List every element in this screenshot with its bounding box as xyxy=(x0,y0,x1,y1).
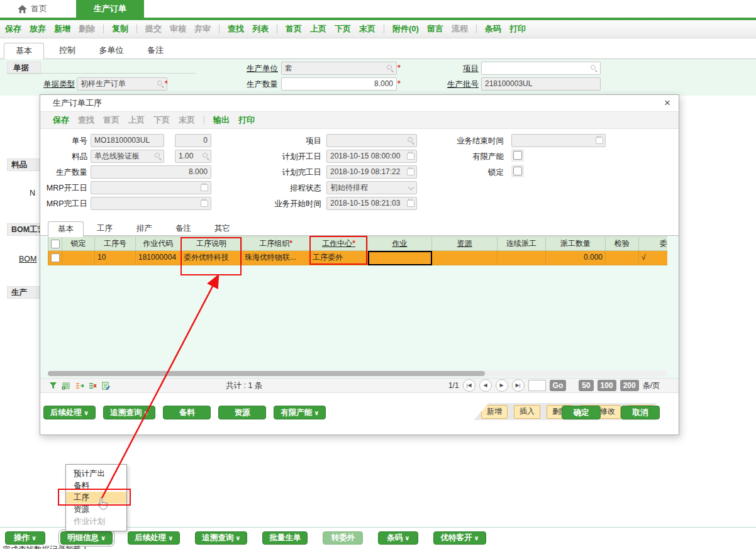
first-page-button[interactable]: |◀ xyxy=(463,379,475,392)
page-input[interactable] xyxy=(528,380,546,391)
page-size-200[interactable]: 200 xyxy=(620,380,639,391)
biz-end-field[interactable] xyxy=(511,134,606,147)
toolbar-list[interactable]: 列表 xyxy=(252,23,269,35)
remove-row-icon[interactable] xyxy=(89,382,97,390)
unit-field[interactable]: 套 xyxy=(281,62,397,75)
qty-field[interactable]: 8.000 xyxy=(281,77,397,91)
col-work-center[interactable]: 工作中心* xyxy=(310,236,368,251)
trace-query-button[interactable]: 追溯查询∨ xyxy=(103,406,155,419)
cancel-button[interactable]: 取消 xyxy=(621,406,660,419)
horizontal-scrollbar[interactable] xyxy=(48,370,667,377)
menu-material-prep[interactable]: 备料 xyxy=(66,480,126,492)
unit-label[interactable]: 生产单位 xyxy=(239,64,278,74)
toolbar-add[interactable]: 新增 xyxy=(54,23,70,35)
subtab-scheduling[interactable]: 排产 xyxy=(127,221,162,235)
followup-button[interactable]: 后续处理∨ xyxy=(43,406,96,419)
dialog-toolbar-save[interactable]: 保存 xyxy=(53,114,69,126)
col-operation[interactable]: 作业 xyxy=(368,236,432,251)
col-continuous[interactable]: 连续派工 xyxy=(498,236,546,251)
subtab-basic[interactable]: 基本 xyxy=(48,221,84,237)
order-no-extra-field[interactable]: 0 xyxy=(175,134,211,147)
toolbar-attachment[interactable]: 附件(0) xyxy=(392,23,419,35)
row-insert-button[interactable]: 插入 xyxy=(514,405,540,419)
export-excel-icon[interactable] xyxy=(102,382,111,391)
material-prep-button[interactable]: 备料 xyxy=(163,406,211,419)
scrollbar-thumb[interactable] xyxy=(48,371,485,376)
subtab-other[interactable]: 其它 xyxy=(205,221,240,235)
toolbar-first-page[interactable]: 首页 xyxy=(286,23,302,35)
operation-button[interactable]: 操作∨ xyxy=(5,531,45,545)
dialog-toolbar-print[interactable]: 打印 xyxy=(238,114,255,126)
dialog-toolbar-export[interactable]: 输出 xyxy=(213,114,230,126)
order-no-field[interactable]: MO18100003UL xyxy=(91,134,164,147)
close-icon[interactable]: × xyxy=(664,97,670,109)
select-all-checkbox[interactable] xyxy=(48,236,62,251)
add-grid-icon[interactable] xyxy=(62,382,70,390)
row-add-button[interactable]: 新增 xyxy=(481,405,508,419)
lock-checkbox[interactable] xyxy=(511,165,524,177)
m-project-field[interactable] xyxy=(326,134,417,147)
finite-capacity-button[interactable]: 有限产能∨ xyxy=(274,406,326,419)
resource-button[interactable]: 资源 xyxy=(218,406,266,419)
detail-info-button[interactable]: 明细信息∨ xyxy=(60,531,113,545)
doc-type-field[interactable]: 初样生产订单 xyxy=(77,77,167,91)
table-row[interactable]: 10 181000004 委外优特科技 珠海优特物联... 工序委外 0.000… xyxy=(48,251,667,265)
toolbar-print[interactable]: 打印 xyxy=(509,23,526,35)
col-inspect[interactable]: 检验 xyxy=(606,236,639,251)
page-size-50[interactable]: 50 xyxy=(579,380,593,391)
barcode-button[interactable]: 条码∨ xyxy=(378,531,418,545)
toolbar-barcode[interactable]: 条码 xyxy=(485,23,501,35)
toolbar-copy[interactable]: 复制 xyxy=(112,23,128,35)
next-page-button[interactable]: ▶ xyxy=(496,379,508,392)
menu-expected-output[interactable]: 预计产出 xyxy=(66,468,126,480)
toolbar-save[interactable]: 保存 xyxy=(5,23,21,35)
finite-capacity-checkbox[interactable] xyxy=(511,149,524,162)
col-resource[interactable]: 资源 xyxy=(432,236,498,251)
mrp-end-field[interactable] xyxy=(91,197,211,210)
followup-bottom-button[interactable]: 后续处理∨ xyxy=(128,531,180,545)
toolbar-prev-page[interactable]: 上页 xyxy=(310,23,326,35)
col-seq[interactable]: 工序号 xyxy=(95,236,136,251)
toolbar-next-page[interactable]: 下页 xyxy=(335,23,351,35)
col-dispatch-qty[interactable]: 派工数量 xyxy=(546,236,606,251)
cell-operation-selected[interactable] xyxy=(368,251,432,265)
toolbar-find[interactable]: 查找 xyxy=(228,23,244,35)
col-desc[interactable]: 工序说明 xyxy=(181,236,242,251)
custom-dev-button[interactable]: 优特客开∨ xyxy=(433,531,486,545)
tab-remark[interactable]: 备注 xyxy=(136,43,175,58)
prod-qty-field[interactable]: 8.000 xyxy=(91,165,211,179)
project-label[interactable]: 项目 xyxy=(440,64,479,74)
plan-end-field[interactable]: 2018-10-19 08:17:22 xyxy=(326,165,417,179)
col-code[interactable]: 作业代码 xyxy=(136,236,181,251)
subtab-process[interactable]: 工序 xyxy=(87,221,122,235)
tab-home[interactable]: 首页 xyxy=(18,3,47,14)
batch-order-button[interactable]: 批量生单 xyxy=(262,531,308,545)
col-outsource[interactable]: 委外 xyxy=(639,236,667,251)
tab-production-order[interactable]: 生产订单 xyxy=(76,0,144,18)
biz-start-field[interactable]: 2018-10-15 08:21:03 xyxy=(326,197,417,210)
toolbar-message[interactable]: 留言 xyxy=(427,23,443,35)
item-field[interactable]: 单总线验证板 xyxy=(91,150,164,163)
tab-basic[interactable]: 基本 xyxy=(4,43,44,60)
indent-icon[interactable] xyxy=(75,382,84,390)
page-size-100[interactable]: 100 xyxy=(598,380,616,391)
filter-icon[interactable] xyxy=(49,382,57,390)
go-button[interactable]: Go xyxy=(550,380,567,391)
project-field[interactable] xyxy=(481,62,601,75)
row-checkbox[interactable] xyxy=(48,251,62,265)
prev-page-button[interactable]: ◀ xyxy=(479,379,492,392)
subtab-remark[interactable]: 备注 xyxy=(166,221,201,235)
confirm-button[interactable]: 确定 xyxy=(562,406,601,419)
batch-label[interactable]: 生产批号 xyxy=(440,79,479,90)
plan-start-field[interactable]: 2018-10-15 08:00:00 xyxy=(326,150,417,163)
toolbar-last-page[interactable]: 末页 xyxy=(359,23,375,35)
col-org[interactable]: 工序组织* xyxy=(242,236,310,251)
tab-multi-unit[interactable]: 多单位 xyxy=(92,43,131,58)
bom-link[interactable]: BOM xyxy=(19,255,36,263)
toolbar-discard[interactable]: 放弃 xyxy=(30,23,46,35)
tab-control[interactable]: 控制 xyxy=(48,43,87,58)
schedule-status-select[interactable]: 初始待排程 xyxy=(326,181,417,194)
batch-field[interactable]: 218100003UL xyxy=(481,77,601,91)
item-extra-field[interactable]: 1.00 xyxy=(175,150,211,163)
trace-query-bottom-button[interactable]: 追溯查询∨ xyxy=(195,531,247,545)
